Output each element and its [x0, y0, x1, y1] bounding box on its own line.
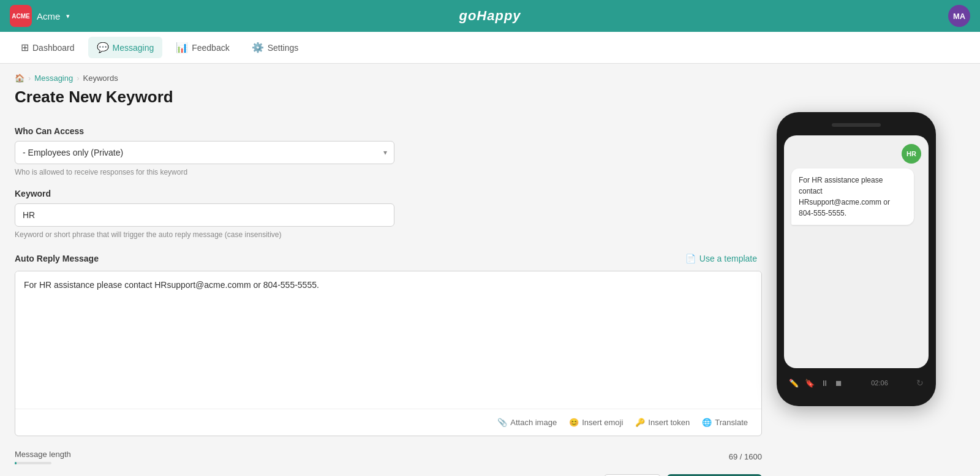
dashboard-icon: ⊞	[21, 42, 29, 53]
keyword-label: Keyword	[15, 189, 762, 198]
settings-icon: ⚙️	[252, 42, 264, 53]
phone-screen: HR For HR assistance please contact HRsu…	[784, 135, 929, 368]
company-selector[interactable]: ACME Acme ▾	[10, 5, 70, 27]
auto-reply-group: Auto Reply Message 📄 Use a template For …	[15, 251, 762, 436]
phone-time: 02:06	[871, 379, 888, 387]
phone-sender-avatar: HR	[902, 144, 921, 164]
breadcrumb-messaging[interactable]: Messaging	[34, 74, 73, 83]
attach-icon: 📎	[497, 418, 507, 427]
nav-label-feedback: Feedback	[192, 43, 229, 53]
company-name: Acme	[37, 11, 60, 21]
nav-item-dashboard[interactable]: ⊞ Dashboard	[12, 37, 83, 58]
attach-label: Attach image	[510, 418, 557, 427]
phone-preview: HR For HR assistance please contact HRsu…	[777, 112, 936, 406]
auto-reply-textarea[interactable]: For HR assistance please contact HRsuppo…	[15, 271, 761, 406]
message-length-label: Message length	[15, 450, 71, 459]
main-layout: Create New Keyword Who Can Access - Empl…	[0, 88, 980, 476]
insert-emoji-button[interactable]: 😊 Insert emoji	[564, 415, 628, 429]
phone-stop-icon: ⏹	[835, 379, 843, 388]
phone-bottom-bar: ✏️ 🔖 ⏸ ⏹ 02:06 ↻	[784, 376, 929, 390]
progress-bar	[15, 462, 17, 464]
textarea-toolbar: 📎 Attach image 😊 Insert emoji 🔑 Insert t…	[15, 409, 761, 436]
keyword-input[interactable]	[15, 203, 394, 227]
phone-message-bubble: For HR assistance please contact HRsuppo…	[791, 168, 914, 225]
phone-notch	[832, 123, 881, 127]
nav-item-messaging[interactable]: 💬 Messaging	[88, 37, 163, 58]
breadcrumb-keywords: Keywords	[83, 74, 118, 83]
keyword-group: Keyword Keyword or short phrase that wil…	[15, 189, 762, 239]
phone-pause-icon: ⏸	[821, 379, 829, 388]
who-can-access-hint: Who is allowed to receive responses for …	[15, 168, 762, 176]
template-icon: 📄	[685, 254, 696, 263]
avatar[interactable]: MA	[948, 5, 970, 27]
logo-text: goHappy	[459, 8, 521, 23]
textarea-container: For HR assistance please contact HRsuppo…	[15, 271, 762, 436]
nav-item-feedback[interactable]: 📊 Feedback	[167, 37, 238, 58]
auto-reply-label: Auto Reply Message	[15, 254, 99, 263]
breadcrumb: 🏠 › Messaging › Keywords	[0, 64, 980, 88]
messaging-icon: 💬	[97, 42, 109, 53]
who-can-access-wrapper: - Employees only (Private) - All employe…	[15, 141, 394, 164]
translate-button[interactable]: 🌐 Translate	[697, 415, 753, 429]
nav-item-settings[interactable]: ⚙️ Settings	[243, 37, 307, 58]
message-length-left: Message length	[15, 448, 71, 464]
auto-reply-header: Auto Reply Message 📄 Use a template	[15, 251, 762, 266]
phone-bottom-icons: ✏️ 🔖 ⏸ ⏹	[789, 379, 843, 388]
token-icon: 🔑	[635, 418, 645, 427]
breadcrumb-sep-1: ›	[28, 74, 31, 83]
use-template-label: Use a template	[699, 254, 757, 263]
top-bar: ACME Acme ▾ goHappy MA	[0, 0, 980, 32]
page-title: Create New Keyword	[15, 88, 762, 111]
who-can-access-select[interactable]: - Employees only (Private) - All employe…	[15, 141, 394, 164]
progress-bar-container	[15, 462, 51, 464]
nav-bar: ⊞ Dashboard 💬 Messaging 📊 Feedback ⚙️ Se…	[0, 32, 980, 64]
chevron-down-icon: ▾	[66, 12, 70, 20]
breadcrumb-sep-2: ›	[77, 74, 79, 83]
feedback-icon: 📊	[176, 42, 188, 53]
attach-image-button[interactable]: 📎 Attach image	[492, 415, 562, 429]
insert-token-button[interactable]: 🔑 Insert token	[630, 415, 695, 429]
phone-bookmark-icon: 🔖	[805, 379, 815, 388]
token-label: Insert token	[648, 418, 690, 427]
company-logo: ACME	[10, 5, 32, 27]
who-can-access-label: Who Can Access	[15, 126, 762, 136]
use-template-button[interactable]: 📄 Use a template	[680, 251, 762, 266]
home-icon[interactable]: 🏠	[15, 74, 24, 83]
translate-label: Translate	[715, 418, 748, 427]
phone-refresh-icon: ↻	[916, 378, 924, 388]
message-length-count: 69 / 1600	[729, 452, 762, 461]
phone-frame: HR For HR assistance please contact HRsu…	[777, 112, 936, 406]
translate-icon: 🌐	[702, 418, 712, 427]
who-can-access-group: Who Can Access - Employees only (Private…	[15, 126, 762, 176]
nav-label-messaging: Messaging	[113, 43, 154, 53]
app-logo: goHappy	[459, 8, 521, 24]
phone-edit-icon: ✏️	[789, 379, 799, 388]
nav-label-settings: Settings	[268, 43, 299, 53]
form-section: Create New Keyword Who Can Access - Empl…	[15, 88, 762, 476]
emoji-label: Insert emoji	[582, 418, 623, 427]
keyword-hint: Keyword or short phrase that will trigge…	[15, 230, 762, 239]
message-length-row: Message length 69 / 1600	[15, 448, 762, 464]
emoji-icon: 😊	[569, 418, 579, 427]
nav-label-dashboard: Dashboard	[32, 43, 75, 53]
